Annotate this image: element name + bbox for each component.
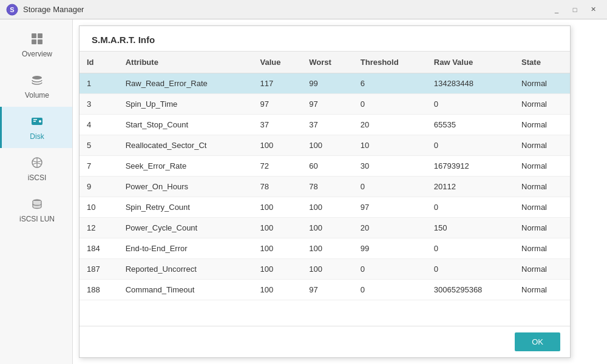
cell-2: 100 [253,135,302,156]
table-row[interactable]: 7Seek_Error_Rate72603016793912Normal [80,156,570,177]
cell-3: 78 [302,177,353,197]
content-area: S.M.A.R.T. Info Id Attribute Value Worst… [73,19,607,364]
sidebar-item-iscsi-lun[interactable]: iSCSI LUN [0,189,72,231]
cell-1: Start_Stop_Count [118,115,253,135]
cell-2: 117 [253,73,302,94]
table-row[interactable]: 12Power_Cycle_Count10010020150Normal [80,218,570,238]
table-row[interactable]: 1Raw_Read_Error_Rate117996134283448Norma… [80,73,570,94]
svg-rect-3 [38,33,42,38]
close-button[interactable]: ✕ [585,4,601,16]
cell-1: Raw_Read_Error_Rate [118,73,253,94]
cell-2: 100 [253,218,302,238]
cell-5: 0 [427,238,514,259]
col-header-attribute: Attribute [118,52,253,73]
database-icon [30,197,44,211]
app-icon: S [6,4,18,16]
cell-3: 97 [302,94,353,115]
sidebar-item-volume[interactable]: Volume [0,66,72,107]
cell-0: 12 [80,218,118,238]
cell-2: 100 [253,280,302,300]
cell-5: 0 [427,94,514,115]
cell-3: 100 [302,218,353,238]
cell-5: 0 [427,259,514,280]
svg-rect-5 [38,39,42,44]
cell-0: 187 [80,259,118,280]
cell-1: Power_On_Hours [118,177,253,197]
table-row[interactable]: 187Reported_Uncorrect10010000Normal [80,259,570,280]
cell-1: End-to-End_Error [118,238,253,259]
ok-button[interactable]: OK [515,332,560,351]
col-header-worst: Worst [302,52,353,73]
smart-info-dialog: S.M.A.R.T. Info Id Attribute Value Worst… [79,25,571,358]
table-header-row: Id Attribute Value Worst Threshold Raw V… [80,52,570,73]
svg-rect-4 [32,39,36,44]
title-bar: S Storage Manager _ □ ✕ [0,0,607,19]
window-controls: _ □ ✕ [549,4,601,16]
cell-3: 60 [302,156,353,177]
cell-4: 10 [353,135,427,156]
cell-2: 100 [253,259,302,280]
dialog-title: S.M.A.R.T. Info [80,26,570,52]
cell-6: Normal [514,238,570,259]
sidebar-item-overview-label: Overview [22,50,52,58]
cell-4: 0 [353,280,427,300]
cell-1: Command_Timeout [118,280,253,300]
cell-1: Power_Cycle_Count [118,218,253,238]
cell-3: 97 [302,280,353,300]
cell-0: 10 [80,197,118,218]
cell-3: 99 [302,73,353,94]
cell-1: Reallocated_Sector_Ct [118,135,253,156]
cell-5: 0 [427,197,514,218]
smart-table-body: 1Raw_Read_Error_Rate117996134283448Norma… [80,73,570,300]
cell-6: Normal [514,94,570,115]
cell-4: 99 [353,238,427,259]
sidebar-item-disk[interactable]: Disk [0,107,72,148]
table-row[interactable]: 5Reallocated_Sector_Ct100100100Normal [80,135,570,156]
col-header-threshold: Threshold [353,52,427,73]
cell-3: 37 [302,115,353,135]
cell-5: 150 [427,218,514,238]
layers-icon [30,73,44,87]
cell-6: Normal [514,177,570,197]
minimize-button[interactable]: _ [549,4,565,16]
table-row[interactable]: 10Spin_Retry_Count100100970Normal [80,197,570,218]
cell-3: 100 [302,135,353,156]
table-row[interactable]: 9Power_On_Hours7878020112Normal [80,177,570,197]
cell-3: 100 [302,238,353,259]
cell-0: 9 [80,177,118,197]
cell-4: 0 [353,94,427,115]
sidebar-item-iscsi-label: iSCSI [28,174,47,182]
table-row[interactable]: 3Spin_Up_Time979700Normal [80,94,570,115]
table-row[interactable]: 4Start_Stop_Count37372065535Normal [80,115,570,135]
table-row[interactable]: 184End-to-End_Error100100990Normal [80,238,570,259]
maximize-button[interactable]: □ [567,4,583,16]
cell-6: Normal [514,73,570,94]
disk-icon [30,114,44,129]
smart-table-container[interactable]: Id Attribute Value Worst Threshold Raw V… [80,52,570,326]
cell-1: Seek_Error_Rate [118,156,253,177]
cell-6: Normal [514,197,570,218]
cell-6: Normal [514,156,570,177]
sidebar-item-iscsi-lun-label: iSCSI LUN [19,215,55,223]
col-header-raw-value: Raw Value [427,52,514,73]
cell-5: 65535 [427,115,514,135]
svg-point-6 [32,76,42,79]
cell-6: Normal [514,280,570,300]
grid-icon [30,32,44,46]
table-row[interactable]: 188Command_Timeout10097030065295368Norma… [80,280,570,300]
cell-6: Normal [514,135,570,156]
cell-4: 30 [353,156,427,177]
sidebar-item-iscsi[interactable]: iSCSI [0,148,72,189]
svg-text:S: S [10,6,14,13]
col-header-id: Id [80,52,118,73]
dialog-footer: OK [80,326,570,357]
cell-6: Normal [514,218,570,238]
cell-0: 184 [80,238,118,259]
dialog-body: Id Attribute Value Worst Threshold Raw V… [80,52,570,326]
cell-2: 78 [253,177,302,197]
smart-table: Id Attribute Value Worst Threshold Raw V… [80,52,570,300]
cell-3: 100 [302,259,353,280]
sidebar-item-overview[interactable]: Overview [0,24,72,66]
cell-5: 0 [427,135,514,156]
cell-2: 37 [253,115,302,135]
